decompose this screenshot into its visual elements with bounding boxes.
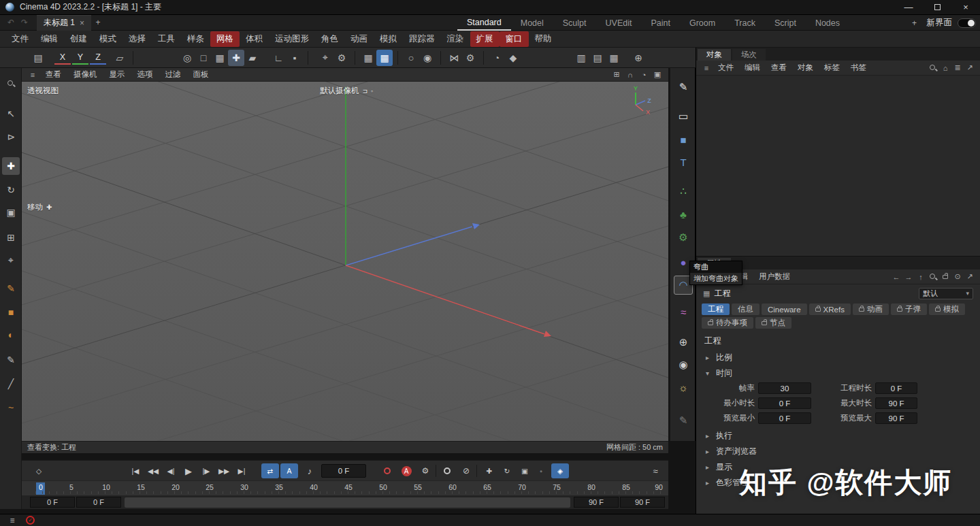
menu-edit[interactable]: 编辑 [35,31,64,47]
loop-playback-button[interactable]: ⇄ [261,463,279,478]
max-time-field[interactable]: 90 F [875,397,917,409]
play-mode-button[interactable]: A [280,463,298,478]
preview-min-field[interactable]: 0 F [758,412,811,424]
x-axis-lock-button[interactable]: X [54,51,71,65]
color-swatch-tool-icon[interactable]: ■ [2,303,20,321]
record-parameter-icon[interactable]: ◦ [532,463,550,479]
enable-axis-icon[interactable]: ✚ [228,50,244,66]
keying-settings-icon[interactable]: ⚙ [416,463,434,479]
close-button[interactable]: × [951,0,980,15]
coordinate-system-icon[interactable]: ⌖ [317,50,333,66]
motext-icon[interactable]: T [674,152,693,171]
transfer-tool-icon[interactable]: ⊞ [2,229,20,246]
tab-close-icon[interactable]: × [80,18,84,28]
new-document-tab-button[interactable]: + [91,16,105,29]
fcurve-icon[interactable]: ≈ [647,463,664,479]
goto-start-button[interactable]: |◀ [127,463,144,479]
keyframe-selection-set-button[interactable]: ◈ [551,463,569,478]
menu-create[interactable]: 创建 [64,31,93,47]
keyframe-diamond-icon[interactable]: ◇ [30,463,48,479]
record-scale-icon[interactable]: ▣ [516,463,534,479]
menu-spline[interactable]: 样条 [181,31,210,47]
redo-icon[interactable]: ↷ [18,16,31,29]
vp-menu-panel[interactable]: 面板 [187,69,215,80]
material-pencil-icon[interactable]: ✎ [674,411,693,430]
om-hamburger-icon[interactable]: ≡ [700,63,713,73]
z-axis-line[interactable] [346,227,472,265]
current-frame-field[interactable]: 0 F [321,464,366,478]
menu-help[interactable]: 帮助 [529,31,558,47]
attr-tab-project[interactable]: 工程 [702,303,730,315]
y-axis-lock-button[interactable]: Y [72,51,88,65]
quantize-dot-icon[interactable]: ◉ [419,50,436,66]
attr-tab-cineware[interactable]: Cineware [762,303,807,315]
add-layout-button[interactable]: + [908,16,921,30]
menu-tools[interactable]: 工具 [152,31,181,47]
camera-icon[interactable]: ◉ [674,355,693,374]
om-menu-edit[interactable]: 编辑 [739,63,766,73]
menu-mesh[interactable]: 网格 [210,31,240,47]
previous-frame-button[interactable]: ◀| [162,463,180,479]
spline-pen-icon[interactable]: ✎ [674,78,693,97]
timeline-ruler[interactable]: 0 5 10 15 20 25 30 35 40 45 50 55 60 65 … [22,480,668,495]
menu-simulate[interactable]: 模拟 [374,31,403,47]
group-asset-browser[interactable]: ▸ 资产浏览器 [696,444,980,459]
autokey-button[interactable]: A [397,463,415,479]
asset-browser-icon[interactable]: ⊕ [630,50,647,66]
vp-menu-options[interactable]: 选项 [131,69,159,80]
menu-volume[interactable]: 体积 [240,31,269,47]
attr-up-icon[interactable]: ↑ [915,272,927,282]
range-start-field[interactable]: 0 F [30,497,75,508]
axis-locate-icon[interactable]: ∟ [270,50,287,66]
menu-animate[interactable]: 动画 [344,31,374,47]
attr-tab-simulation[interactable]: 模拟 [929,303,965,315]
quantize-step-icon[interactable]: ▪ [287,50,303,66]
sky-icon[interactable]: ⊕ [674,333,693,352]
document-tab[interactable]: 未标题 1 × [37,15,91,31]
live-selection-tool-icon[interactable]: ↖ [2,105,20,122]
menu-character[interactable]: 角色 [315,31,344,47]
layout-tab-standard[interactable]: Standard [457,15,511,31]
layout-tab-nodes[interactable]: Nodes [806,15,849,31]
group-scale[interactable]: ▸ 比例 [696,350,980,365]
workplane-mode-icon[interactable]: ▰ [244,50,261,66]
layout-tab-script[interactable]: Script [765,15,806,31]
vp-menu-view[interactable]: 查看 [39,69,67,80]
record-button[interactable] [378,463,396,479]
layout-tab-groom[interactable]: Groom [680,15,725,31]
tab-takes[interactable]: 场次 [732,49,766,61]
attr-tab-todo[interactable]: 待办事项 [702,317,753,329]
range-start-field-2[interactable]: 0 F [76,497,121,508]
layout-tab-paint[interactable]: Paint [641,15,680,31]
attr-search-icon[interactable] [927,272,939,282]
om-menu-tags[interactable]: 标签 [819,63,845,73]
paint-tool-icon[interactable]: ✎ [2,280,20,297]
rotate-tool-icon[interactable]: ↻ [2,181,20,199]
next-key-button[interactable]: ▶▶ [215,463,233,479]
om-menu-objects[interactable]: 对象 [792,63,819,73]
om-menu-file[interactable]: 文件 [713,63,739,73]
range-end-field[interactable]: 90 F [574,497,619,508]
layout-tab-uvedit[interactable]: UVEdit [596,15,642,31]
texture-mode-icon[interactable]: ▦ [212,50,228,66]
make-editable-icon[interactable]: ◎ [179,50,195,66]
record-rotation-icon[interactable]: ↻ [498,463,516,479]
layout-tab-sculpt[interactable]: Sculpt [553,15,596,31]
duration-field[interactable]: 0 F [875,382,917,394]
layout-tab-model[interactable]: Model [511,15,553,31]
spline-primitive-icon[interactable]: ▭ [674,107,693,126]
tab-objects[interactable]: 对象 [698,49,731,61]
perspective-viewport[interactable]: 透视视图 默认摄像机 ⊐ ◦ 移动 ✚ Y Z X [22,82,668,441]
record-position-icon[interactable]: ✚ [480,463,498,479]
undo-icon[interactable]: ↶ [4,16,18,29]
time-icon[interactable]: ◔ [637,69,651,80]
scale-tool-icon[interactable]: ▣ [2,203,20,221]
modeling-settings-icon[interactable]: ⚙ [462,50,478,66]
vp-menu-filter[interactable]: 过滤 [159,69,187,80]
magnet-snap-icon[interactable]: ∩ [623,69,637,80]
attr-target-icon[interactable]: ⊙ [951,272,964,282]
menu-select[interactable]: 选择 [122,31,152,47]
attr-tab-xrefs[interactable]: XRefs [809,303,851,315]
exchange-tool-icon[interactable]: ◐ [2,326,20,344]
no-selection-icon[interactable]: ⊘ [457,463,475,479]
